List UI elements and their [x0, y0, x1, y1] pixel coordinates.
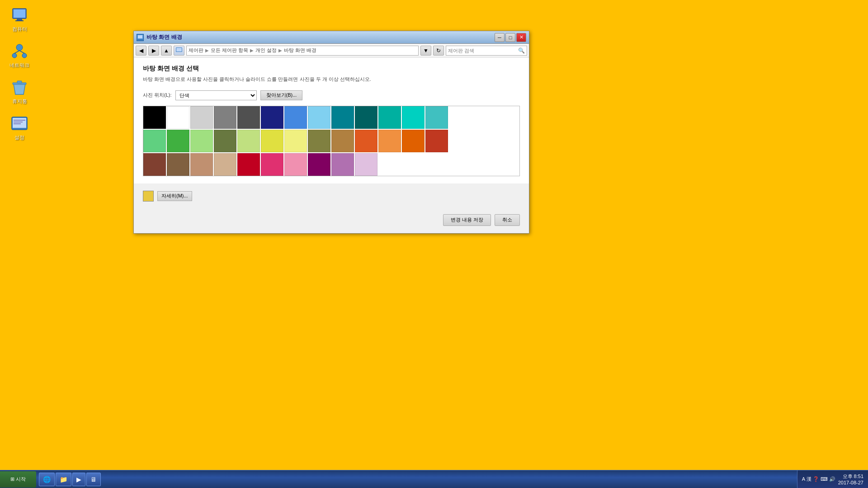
svg-rect-10: [17, 81, 22, 83]
svg-line-8: [19, 51, 24, 53]
color-cell[interactable]: [190, 106, 213, 129]
path-part-4: 바탕 화면 배경: [284, 47, 316, 54]
content-title: 바탕 화면 배경 선택: [143, 65, 520, 73]
refresh-button[interactable]: ↻: [433, 46, 444, 56]
color-cell[interactable]: [425, 106, 448, 129]
svg-rect-1: [14, 9, 25, 18]
color-cell[interactable]: [402, 106, 425, 129]
tray-time: 오후 8:51 2017-08-27: [838, 473, 863, 485]
color-cell[interactable]: [261, 106, 283, 129]
color-cell[interactable]: [308, 106, 330, 129]
save-button[interactable]: 변경 내용 저장: [443, 214, 491, 226]
location-row: 사진 위치(L): 단색 찾아보기(B)...: [143, 90, 520, 100]
location-select[interactable]: 단색: [175, 90, 257, 100]
recycle-icon: [10, 79, 28, 97]
color-cell[interactable]: [308, 130, 330, 152]
taskbar-explorer[interactable]: 📁: [56, 473, 71, 486]
color-cell[interactable]: [261, 153, 283, 176]
color-cell[interactable]: [190, 153, 213, 176]
taskbar-ie[interactable]: 🌐: [39, 473, 55, 486]
media-icon: ▶: [76, 476, 81, 483]
detail-button[interactable]: 자세히(M)...: [157, 191, 192, 201]
color-cell[interactable]: [167, 130, 189, 152]
settings-icon: [10, 115, 28, 133]
color-cell[interactable]: [143, 130, 166, 152]
search-icon: 🔍: [518, 47, 525, 54]
color-cell[interactable]: [143, 153, 166, 176]
svg-rect-15: [14, 123, 21, 124]
color-cell[interactable]: [425, 130, 448, 152]
color-cell[interactable]: [167, 153, 189, 176]
address-path[interactable]: 제어판 ▶ 모든 제어판 항목 ▶ 개인 설정 ▶ 바탕 화면 배경: [186, 46, 419, 56]
minimize-button[interactable]: ─: [495, 33, 505, 42]
start-button[interactable]: ⊞ 시작: [0, 471, 36, 488]
desktop-icon-settings[interactable]: 설정: [4, 113, 35, 142]
clock-time: 오후 8:51: [838, 473, 863, 480]
address-dropdown-button[interactable]: ▼: [420, 46, 431, 56]
network-icon: [10, 42, 28, 61]
color-cell[interactable]: [214, 106, 236, 129]
color-cell[interactable]: [378, 130, 401, 152]
desktop-icon-network[interactable]: 네트워크: [4, 41, 35, 70]
color-cell[interactable]: [214, 130, 236, 152]
color-cell[interactable]: [261, 130, 283, 152]
color-cell[interactable]: [284, 130, 307, 152]
desktop-icon-computer[interactable]: 컴퓨터: [4, 5, 35, 34]
up-button[interactable]: ▲: [161, 46, 172, 56]
taskbar-apps: 🌐 📁 ▶ 🖥: [38, 470, 797, 488]
misc-icon: 🖥: [90, 476, 97, 483]
color-cell[interactable]: [331, 153, 354, 176]
search-input[interactable]: [448, 48, 516, 53]
svg-point-5: [12, 53, 17, 58]
recycle-icon-label: 휴지통: [12, 99, 27, 104]
taskbar-media[interactable]: ▶: [72, 473, 85, 486]
color-cell[interactable]: [308, 153, 330, 176]
network-icon-label: 네트워크: [9, 62, 29, 68]
cancel-button[interactable]: 취소: [495, 214, 520, 226]
color-cell[interactable]: [331, 130, 354, 152]
svg-point-6: [22, 53, 27, 58]
search-box[interactable]: 🔍: [446, 46, 527, 56]
forward-button[interactable]: ▶: [148, 46, 159, 56]
ie-icon: 🌐: [43, 476, 51, 483]
color-cell[interactable]: [237, 130, 260, 152]
color-cell[interactable]: [331, 106, 354, 129]
color-cell[interactable]: [284, 106, 307, 129]
taskbar: ⊞ 시작 🌐 📁 ▶ 🖥 A 漢 ❓ ⌨ 🔊 오후 8:51 2017-08-2…: [0, 470, 868, 488]
svg-rect-12: [13, 118, 26, 128]
svg-rect-14: [14, 122, 23, 122]
address-icon-button[interactable]: [174, 46, 184, 56]
color-cell[interactable]: [378, 106, 401, 129]
taskbar-tray: A 漢 ❓ ⌨ 🔊 오후 8:51 2017-08-27: [797, 470, 868, 488]
color-cell[interactable]: [237, 153, 260, 176]
maximize-button[interactable]: □: [505, 33, 515, 42]
color-cell[interactable]: [190, 130, 213, 152]
color-cell[interactable]: [143, 106, 166, 129]
color-preview: [143, 191, 154, 202]
taskbar-misc[interactable]: 🖥: [86, 473, 101, 486]
color-cell[interactable]: [355, 130, 377, 152]
clock-date: 2017-08-27: [838, 480, 863, 485]
color-grid-wrapper: [143, 106, 520, 176]
svg-rect-3: [15, 20, 24, 21]
start-label: ⊞ 시작: [10, 476, 26, 483]
content-desc: 바탕 화면 배경으로 사용할 사진을 클릭하거나 슬라이드 쇼를 만들려면 사진…: [143, 75, 520, 83]
window-controls: ─ □ ✕: [495, 33, 526, 42]
path-part-2: 모든 제어판 항목: [211, 47, 248, 54]
color-cell[interactable]: [355, 106, 377, 129]
color-cell[interactable]: [167, 106, 189, 129]
color-cell[interactable]: [214, 153, 236, 176]
svg-line-7: [14, 51, 19, 53]
color-cell[interactable]: [237, 106, 260, 129]
desktop-icon-recycle[interactable]: 휴지통: [4, 77, 35, 106]
back-button[interactable]: ◀: [136, 46, 146, 56]
color-cell[interactable]: [284, 153, 307, 176]
path-part-3: 개인 설정: [255, 47, 277, 54]
browse-button[interactable]: 찾아보기(B)...: [260, 90, 303, 100]
close-button[interactable]: ✕: [516, 33, 526, 42]
computer-icon: [10, 6, 28, 24]
color-cell[interactable]: [402, 130, 425, 152]
window-title: 바탕 화면 배경: [146, 33, 495, 41]
color-cell[interactable]: [355, 153, 377, 176]
svg-rect-19: [176, 48, 182, 52]
